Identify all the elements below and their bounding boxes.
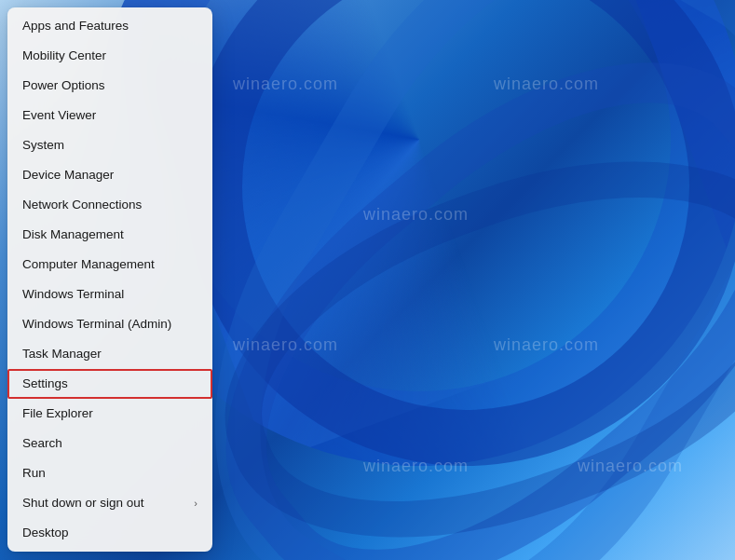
menu-item-file-explorer[interactable]: File Explorer xyxy=(7,399,212,429)
menu-item-settings[interactable]: Settings xyxy=(7,369,212,399)
menu-item-label: Windows Terminal xyxy=(22,286,124,303)
menu-item-label: Run xyxy=(22,465,46,482)
menu-item-label: Mobility Center xyxy=(22,48,106,64)
menu-item-label: Device Manager xyxy=(22,167,114,184)
menu-item-label: Task Manager xyxy=(22,346,102,362)
menu-item-network-connections[interactable]: Network Connections xyxy=(7,190,212,220)
menu-item-computer-management[interactable]: Computer Management xyxy=(7,250,212,280)
menu-item-label: Event Viewer xyxy=(22,107,96,124)
menu-item-label: Apps and Features xyxy=(22,18,129,34)
menu-item-label: Disk Management xyxy=(22,226,124,243)
menu-item-windows-terminal[interactable]: Windows Terminal xyxy=(7,280,212,309)
menu-item-label: Computer Management xyxy=(22,256,155,273)
menu-item-task-manager[interactable]: Task Manager xyxy=(7,339,212,369)
menu-item-label: Power Options xyxy=(22,77,105,94)
menu-item-label: Search xyxy=(22,435,62,452)
menu-item-desktop[interactable]: Desktop xyxy=(7,518,212,548)
menu-item-label: Settings xyxy=(22,376,68,392)
menu-item-event-viewer[interactable]: Event Viewer xyxy=(7,101,212,130)
menu-item-system[interactable]: System xyxy=(7,130,212,160)
menu-item-disk-management[interactable]: Disk Management xyxy=(7,220,212,250)
context-menu: Apps and FeaturesMobility CenterPower Op… xyxy=(7,7,212,552)
menu-item-label: File Explorer xyxy=(22,405,93,422)
menu-item-power-options[interactable]: Power Options xyxy=(7,71,212,101)
menu-item-apps-features[interactable]: Apps and Features xyxy=(7,11,212,41)
menu-item-device-manager[interactable]: Device Manager xyxy=(7,160,212,190)
menu-item-label: Network Connections xyxy=(22,197,142,213)
menu-item-label: System xyxy=(22,137,64,154)
chevron-right-icon: › xyxy=(194,497,197,510)
menu-item-label: Desktop xyxy=(22,525,69,541)
menu-item-mobility-center[interactable]: Mobility Center xyxy=(7,41,212,71)
menu-item-label: Windows Terminal (Admin) xyxy=(22,316,171,333)
menu-item-search[interactable]: Search xyxy=(7,429,212,458)
menu-item-windows-terminal-admin[interactable]: Windows Terminal (Admin) xyxy=(7,309,212,339)
menu-item-shutdown-signout[interactable]: Shut down or sign out› xyxy=(7,488,212,518)
menu-item-label: Shut down or sign out xyxy=(22,495,144,512)
menu-item-run[interactable]: Run xyxy=(7,458,212,488)
